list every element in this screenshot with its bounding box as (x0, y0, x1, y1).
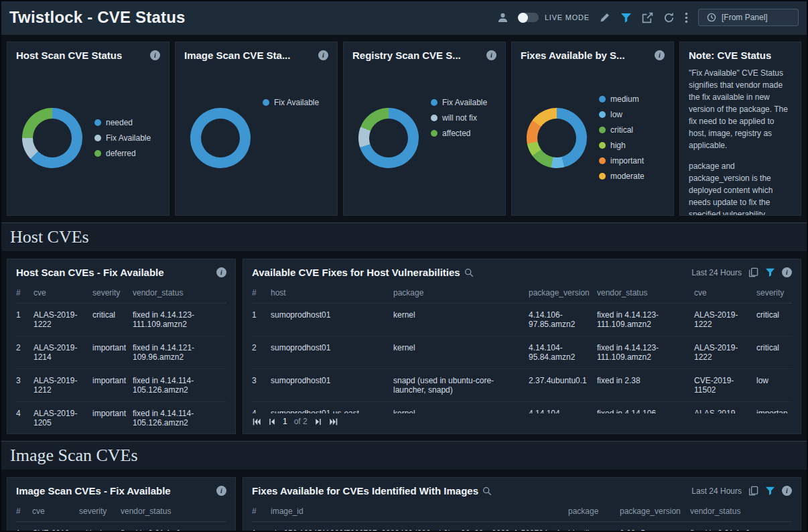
edit-pencil-icon[interactable] (600, 12, 610, 23)
cell: kernel (393, 402, 529, 414)
legend-item[interactable]: critical (599, 125, 645, 135)
legend-swatch (431, 99, 437, 106)
donut-chart[interactable] (358, 108, 419, 168)
table-row[interactable]: 1 sumoprodhost01 kernel 4.14.106-97.85.a… (252, 304, 792, 336)
legend-item[interactable]: will not fix (431, 113, 487, 123)
time-range-picker[interactable]: [From Panel] (698, 9, 799, 26)
cell: 4 (252, 402, 271, 414)
cell: CVE-2018- (32, 522, 79, 532)
prev-page-button[interactable] (268, 417, 276, 426)
legend-item[interactable]: Fix Available (263, 98, 319, 107)
legend-item[interactable]: high (599, 141, 645, 150)
table-row[interactable]: 4 ALAS-2019-1205 important fixed in 4.14… (16, 402, 226, 434)
legend-item[interactable]: moderate (599, 172, 645, 181)
legend-swatch (599, 96, 606, 103)
legend-label: high (610, 141, 626, 150)
cell: 4.14.104-95.84.amzn2 (529, 336, 597, 369)
cell: fixed in 2.38 (597, 369, 694, 402)
column-header[interactable]: cve (33, 283, 92, 304)
first-page-button[interactable] (252, 417, 261, 426)
legend-item[interactable]: important (599, 156, 645, 165)
legend-item[interactable]: low (599, 110, 645, 119)
search-icon[interactable] (482, 486, 492, 496)
column-header[interactable]: vendor_status (597, 283, 694, 304)
panel-available-cve-fixes-host: Available CVE Fixes for Host Vulnerabili… (243, 259, 801, 434)
column-header[interactable]: severity (756, 283, 792, 304)
table-row[interactable]: 3 ALAS-2019-1212 important fixed in 4.14… (16, 369, 226, 402)
donut-chart[interactable] (22, 108, 82, 168)
table-row[interactable]: 1 ALAS-2019-1222 critical fixed in 4.14.… (16, 304, 226, 336)
last-page-button[interactable] (329, 417, 338, 426)
legend-item[interactable]: deferred (94, 149, 151, 158)
info-icon[interactable] (216, 267, 226, 277)
filter-icon[interactable] (765, 486, 775, 496)
section-header-host-cves: Host CVEs (0, 222, 808, 252)
panel-title: Available CVE Fixes for Host Vulnerabili… (252, 267, 460, 278)
info-icon[interactable] (150, 50, 160, 60)
user-icon[interactable] (497, 12, 509, 23)
info-icon[interactable] (216, 486, 226, 496)
legend-swatch (599, 173, 606, 180)
filter-icon[interactable] (765, 267, 775, 277)
legend-item[interactable]: needed (94, 118, 151, 127)
column-header[interactable]: vendor_status (121, 501, 226, 522)
column-header[interactable]: vendor_status (133, 283, 226, 304)
cell: critical (92, 304, 133, 336)
column-header[interactable]: # (16, 283, 33, 304)
chart-legend: Fix Available (263, 98, 319, 107)
cell: CVE-2019-11502 (694, 369, 756, 402)
table-header-row: # image_id package package_version vendo… (252, 501, 792, 522)
info-icon[interactable] (782, 486, 792, 496)
info-icon[interactable] (655, 50, 665, 60)
column-header[interactable]: # (16, 501, 32, 522)
info-icon[interactable] (318, 50, 328, 60)
column-header[interactable]: vendor_status (690, 501, 792, 522)
search-icon[interactable] (464, 268, 474, 277)
column-header[interactable]: package (568, 501, 620, 522)
info-icon[interactable] (486, 50, 496, 60)
column-header[interactable]: severity (92, 283, 133, 304)
cell: 2 (252, 336, 271, 369)
table-row[interactable]: 2 ALAS-2019-1214 important fixed in 4.14… (16, 336, 226, 369)
donut-chart[interactable] (527, 108, 587, 168)
cell: 3 (16, 369, 33, 402)
cell: kernel (393, 304, 529, 336)
column-header[interactable]: host (271, 283, 393, 304)
table-row[interactable]: 1 sha256:1234511960f7029797e9382462d382e… (252, 522, 792, 532)
live-mode-toggle[interactable] (519, 13, 539, 22)
table-row[interactable]: 4 sumoprodhost01.us-east- kernel 4.14.10… (252, 402, 792, 414)
column-header[interactable]: package (393, 283, 529, 304)
legend-item[interactable]: affected (431, 129, 487, 138)
column-header[interactable]: # (252, 501, 271, 522)
panel-registry-scan-cve-status: Registry Scan CVE S... Fix Available wil… (343, 42, 506, 216)
column-header[interactable]: # (252, 283, 271, 304)
filter-icon[interactable] (620, 12, 632, 23)
copy-panel-icon[interactable] (748, 267, 758, 277)
cell: 1 (16, 522, 32, 532)
column-header[interactable]: cve (32, 501, 79, 522)
next-page-button[interactable] (314, 417, 322, 426)
cell: important (756, 402, 792, 414)
table-row[interactable]: 1 CVE-2018- critical fixed in 2.21.1-r2 (16, 522, 226, 532)
donut-chart[interactable] (190, 108, 251, 168)
table-row[interactable]: 2 sumoprodhost01 kernel 4.14.104-95.84.a… (252, 336, 792, 369)
legend-item[interactable]: Fix Available (94, 133, 151, 143)
share-export-icon[interactable] (642, 12, 653, 23)
table-row[interactable]: 3 sumoprodhost01 snapd (used in ubuntu-c… (252, 369, 792, 402)
column-header[interactable]: severity (79, 501, 121, 522)
legend-label: deferred (106, 149, 136, 158)
cell: 2 (16, 336, 33, 369)
kebab-menu-icon[interactable] (685, 12, 688, 23)
column-header[interactable]: image_id (271, 501, 568, 522)
column-header[interactable]: package_version (620, 501, 690, 522)
legend-item[interactable]: Fix Available (431, 98, 487, 107)
column-header[interactable]: cve (694, 283, 756, 304)
column-header[interactable]: package_version (529, 283, 597, 304)
cell: critical (756, 304, 792, 336)
legend-item[interactable]: medium (599, 94, 645, 104)
info-icon[interactable] (782, 267, 792, 277)
refresh-icon[interactable] (663, 12, 675, 23)
note-paragraph: package and package_version is the deplo… (689, 160, 792, 215)
copy-panel-icon[interactable] (748, 486, 758, 496)
cell: low (756, 369, 792, 402)
